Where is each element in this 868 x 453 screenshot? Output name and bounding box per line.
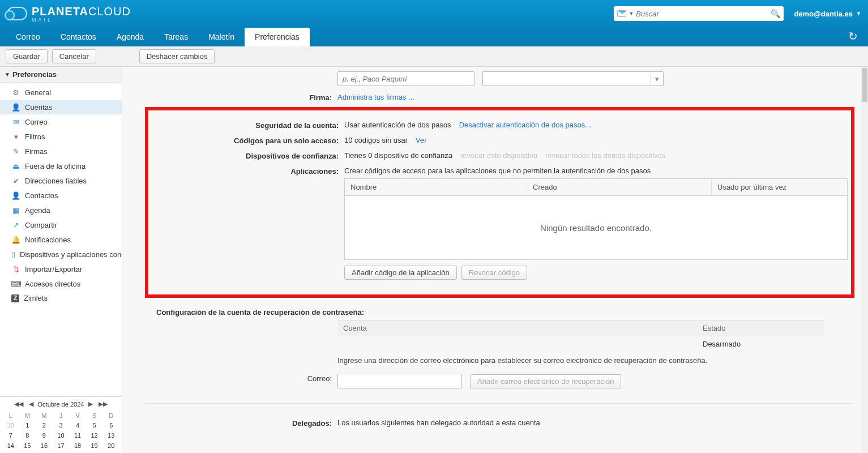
cal-dow: J <box>53 411 70 420</box>
save-button[interactable]: Guardar <box>6 49 48 63</box>
search-box[interactable]: ▼ 🔍 <box>614 6 784 21</box>
cal-day[interactable]: 4 <box>69 420 86 430</box>
cal-day[interactable]: 18 <box>69 441 86 451</box>
scope-dropdown-icon[interactable]: ▼ <box>628 11 634 16</box>
sidebar-item-label: Contactos <box>25 191 58 200</box>
cal-day[interactable]: 5 <box>86 420 103 430</box>
dev-icon: ▯ <box>11 250 15 259</box>
manage-signatures-link[interactable]: Administra tus firmas ... <box>337 93 414 101</box>
mail-scope-icon[interactable] <box>617 10 626 17</box>
one-time-codes-text: 10 códigos sin usar <box>344 136 408 144</box>
sidebar-item-key[interactable]: ⌨Accesos directos <box>0 276 122 291</box>
add-app-code-button[interactable]: Añadir código de la aplicación <box>344 266 457 280</box>
delegates-label: Delegados: <box>145 416 337 428</box>
sidebar-item-cont[interactable]: 👤Contactos <box>0 188 122 203</box>
sidebar-item-share[interactable]: ↗Compartir <box>0 217 122 232</box>
cal-day[interactable]: 8 <box>19 430 36 441</box>
sidebar-item-away[interactable]: ⏏Fuera de la oficina <box>0 159 122 173</box>
col-created[interactable]: Creado <box>527 179 712 195</box>
cal-day[interactable]: 9 <box>36 430 53 441</box>
sidebar-item-sign[interactable]: ✎Firmas <box>0 144 122 159</box>
disable-two-step-link[interactable]: Desactivar autenticación de dos pasos... <box>459 121 591 129</box>
cal-day[interactable]: 19 <box>86 441 103 451</box>
col-recovery-state: Estado <box>697 320 824 336</box>
col-last-used[interactable]: Usado por última vez <box>712 179 847 195</box>
imp-icon: ⇅ <box>11 264 20 273</box>
tab-maletín[interactable]: Maletín <box>198 28 245 46</box>
sidebar-item-z[interactable]: ZZimlets <box>0 291 122 305</box>
app-header: PLANETACLOUD MAIL ▼ 🔍 demo@dantia.es ▼ <box>0 0 868 27</box>
sidebar-item-shield[interactable]: ✔Direcciones fiables <box>0 173 122 188</box>
tab-preferencias[interactable]: Preferencias <box>245 28 310 46</box>
tab-agenda[interactable]: Agenda <box>106 28 154 46</box>
away-icon: ⏏ <box>11 161 20 170</box>
cal-day[interactable]: 1 <box>19 420 36 430</box>
brand-text: PLANETACLOUD <box>32 5 131 18</box>
section-divider <box>145 403 854 404</box>
mini-calendar: ◀◀ ◀ Octubre de 2024 ▶ ▶▶ LMMJVSD3012345… <box>0 396 122 453</box>
sidebar-item-label: Correo <box>25 118 48 126</box>
user-menu[interactable]: demo@dantia.es ▼ <box>794 10 861 18</box>
cal-day[interactable]: 7 <box>2 430 19 441</box>
sign-icon: ✎ <box>11 147 20 156</box>
col-name[interactable]: Nombre <box>345 179 527 195</box>
sidebar-item-filter[interactable]: ▾Filtros <box>0 129 122 144</box>
preferences-content: ▾ Firma: Administra tus firmas ... Segur… <box>122 67 868 453</box>
mail-icon: ✉ <box>11 117 20 126</box>
cal-icon: ▦ <box>11 206 20 215</box>
cal-day[interactable]: 20 <box>102 441 119 451</box>
display-name-input[interactable] <box>337 71 474 86</box>
cal-prev-month-icon[interactable]: ◀ <box>28 400 35 408</box>
view-one-time-codes-link[interactable]: Ver <box>416 136 427 144</box>
one-time-codes-label: Códigos para un solo acceso: <box>152 134 344 145</box>
sidebar-item-mail[interactable]: ✉Correo <box>0 114 122 129</box>
content-scrollbar[interactable] <box>861 67 868 453</box>
cal-day[interactable]: 3 <box>53 420 70 430</box>
sidebar-item-person[interactable]: 👤Cuentas <box>0 100 122 114</box>
search-icon[interactable]: 🔍 <box>771 9 780 18</box>
cal-day[interactable]: 15 <box>19 441 36 451</box>
undo-button[interactable]: Deshacer cambios <box>139 49 215 63</box>
cal-day[interactable]: 16 <box>36 441 53 451</box>
search-input[interactable] <box>636 10 771 18</box>
sidebar-item-cal[interactable]: ▦Agenda <box>0 203 122 217</box>
cal-prev-year-icon[interactable]: ◀◀ <box>13 400 24 408</box>
recovery-email-input[interactable] <box>337 374 462 388</box>
cal-day[interactable]: 2 <box>36 420 53 430</box>
cal-title[interactable]: Octubre de 2024 <box>38 401 84 408</box>
applications-hint: Crear códigos de acceso para las aplicac… <box>344 166 848 175</box>
cal-next-month-icon[interactable]: ▶ <box>87 400 94 408</box>
col-recovery-account: Cuenta <box>337 320 697 336</box>
cal-day[interactable]: 14 <box>2 441 19 451</box>
trusted-devices-label: Dispositivos de confianza: <box>152 149 344 160</box>
cal-day[interactable]: 13 <box>102 430 119 441</box>
sidebar-item-imp[interactable]: ⇅Importar/Exportar <box>0 262 122 276</box>
cal-day[interactable]: 10 <box>53 430 70 441</box>
app-codes-table: Nombre Creado Usado por última vez Ningú… <box>344 178 848 260</box>
sidebar-item-bell[interactable]: 🔔Notificaciones <box>0 232 122 247</box>
apps-empty-message: Ningún resultado encontrado. <box>345 196 847 259</box>
sidebar-item-gear[interactable]: ⚙General <box>0 85 122 100</box>
cal-day[interactable]: 6 <box>102 420 119 430</box>
brand: PLANETACLOUD MAIL <box>7 5 131 23</box>
cal-next-year-icon[interactable]: ▶▶ <box>97 400 109 408</box>
sidebar-item-label: Compartir <box>25 221 57 229</box>
recovery-account-value <box>337 336 697 352</box>
sidebar-header[interactable]: ▼ Preferencias <box>0 67 122 83</box>
tab-contactos[interactable]: Contactos <box>50 28 106 46</box>
sidebar-item-dev[interactable]: ▯Dispositivos y aplicaciones conectadas <box>0 247 122 262</box>
cal-day[interactable]: 30 <box>2 420 19 430</box>
tab-correo[interactable]: Correo <box>6 28 50 46</box>
cal-day[interactable]: 17 <box>53 441 70 451</box>
recovery-section-title: Configuración de la cuenta de recuperaci… <box>156 308 854 317</box>
tab-tareas[interactable]: Tareas <box>154 28 198 46</box>
from-account-select[interactable]: ▾ <box>482 71 664 86</box>
sidebar-item-label: Firmas <box>25 147 48 156</box>
cont-icon: 👤 <box>11 191 20 200</box>
cal-day[interactable]: 12 <box>86 430 103 441</box>
refresh-icon[interactable]: ↻ <box>844 29 862 46</box>
cal-day[interactable]: 11 <box>69 430 86 441</box>
scrollbar-thumb[interactable] <box>862 68 867 102</box>
sidebar-item-label: Agenda <box>25 206 50 215</box>
cancel-button[interactable]: Cancelar <box>52 49 96 63</box>
